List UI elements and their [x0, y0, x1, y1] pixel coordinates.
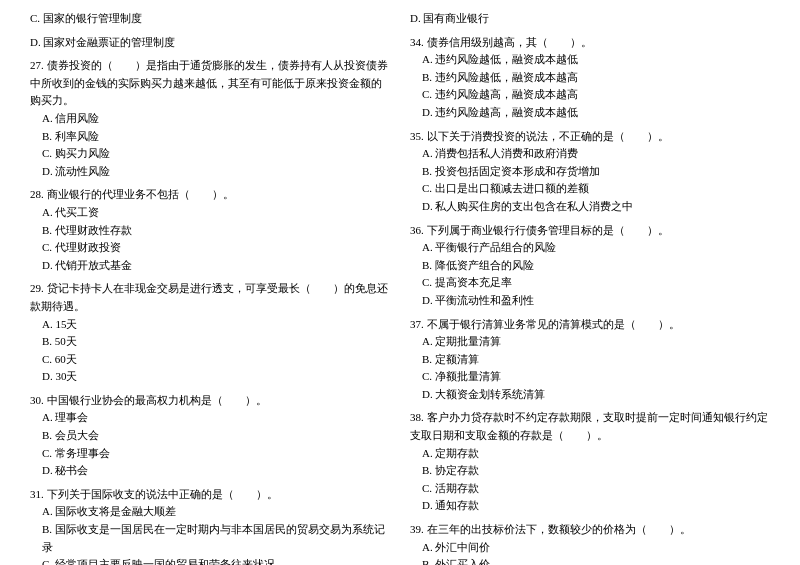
- option: A. 违约风险越低，融资成本越低: [410, 51, 770, 69]
- option: D. 私人购买住房的支出包含在私人消费之中: [410, 198, 770, 216]
- page-content: C. 国家的银行管理制度D. 国家对金融票证的管理制度27. 债券投资的（ ）是…: [30, 10, 770, 565]
- question-title: 35. 以下关于消费投资的说法，不正确的是（ ）。: [410, 128, 770, 146]
- question-block: D. 国有商业银行: [410, 10, 770, 28]
- option: B. 违约风险越低，融资成本越高: [410, 69, 770, 87]
- option: C. 净额批量清算: [410, 368, 770, 386]
- question-block: 27. 债券投资的（ ）是指由于通货膨胀的发生，债券持有人从投资债券中所收到的金…: [30, 57, 390, 180]
- question-title: D. 国家对金融票证的管理制度: [30, 34, 390, 52]
- left-column: C. 国家的银行管理制度D. 国家对金融票证的管理制度27. 债券投资的（ ）是…: [30, 10, 390, 565]
- question-block: 36. 下列属于商业银行行债务管理目标的是（ ）。A. 平衡银行产品组合的风险B…: [410, 222, 770, 310]
- option: B. 协定存款: [410, 462, 770, 480]
- option: A. 国际收支将是金融大顺差: [30, 503, 390, 521]
- question-title: 29. 贷记卡持卡人在非现金交易是进行透支，可享受最长（ ）的免息还款期待遇。: [30, 280, 390, 315]
- option: D. 违约风险越高，融资成本越低: [410, 104, 770, 122]
- question-title: 39. 在三年的出技标价法下，数额较少的价格为（ ）。: [410, 521, 770, 539]
- option: B. 利率风险: [30, 128, 390, 146]
- question-title: 31. 下列关于国际收支的说法中正确的是（ ）。: [30, 486, 390, 504]
- option: D. 代销开放式基金: [30, 257, 390, 275]
- option: A. 平衡银行产品组合的风险: [410, 239, 770, 257]
- option: C. 活期存款: [410, 480, 770, 498]
- question-block: D. 国家对金融票证的管理制度: [30, 34, 390, 52]
- option: A. 15天: [30, 316, 390, 334]
- question-block: 29. 贷记卡持卡人在非现金交易是进行透支，可享受最长（ ）的免息还款期待遇。A…: [30, 280, 390, 386]
- question-title: D. 国有商业银行: [410, 10, 770, 28]
- option: C. 60天: [30, 351, 390, 369]
- question-title: 38. 客户办力贷存款时不约定存款期限，支取时提前一定时间通知银行约定支取日期和…: [410, 409, 770, 444]
- option: B. 外汇买入价: [410, 556, 770, 565]
- question-title: C. 国家的银行管理制度: [30, 10, 390, 28]
- question-title: 30. 中国银行业协会的最高权力机构是（ ）。: [30, 392, 390, 410]
- option: B. 降低资产组合的风险: [410, 257, 770, 275]
- option: C. 经常项目主要反映一国的贸易和劳务往来状况: [30, 556, 390, 565]
- option: B. 50天: [30, 333, 390, 351]
- option: D. 30天: [30, 368, 390, 386]
- question-block: 38. 客户办力贷存款时不约定存款期限，支取时提前一定时间通知银行约定支取日期和…: [410, 409, 770, 515]
- option: B. 投资包括固定资本形成和存货增加: [410, 163, 770, 181]
- option: D. 流动性风险: [30, 163, 390, 181]
- option: C. 常务理事会: [30, 445, 390, 463]
- question-block: 31. 下列关于国际收支的说法中正确的是（ ）。A. 国际收支将是金融大顺差B.…: [30, 486, 390, 565]
- option: A. 定期存款: [410, 445, 770, 463]
- question-block: 37. 不属于银行清算业务常见的清算模式的是（ ）。A. 定期批量清算B. 定额…: [410, 316, 770, 404]
- option: B. 代理财政性存款: [30, 222, 390, 240]
- question-title: 28. 商业银行的代理业务不包括（ ）。: [30, 186, 390, 204]
- option: B. 定额清算: [410, 351, 770, 369]
- question-block: 35. 以下关于消费投资的说法，不正确的是（ ）。A. 消费包括私人消费和政府消…: [410, 128, 770, 216]
- option: A. 信用风险: [30, 110, 390, 128]
- option: A. 消费包括私人消费和政府消费: [410, 145, 770, 163]
- question-title: 27. 债券投资的（ ）是指由于通货膨胀的发生，债券持有人从投资债券中所收到的金…: [30, 57, 390, 110]
- option: A. 理事会: [30, 409, 390, 427]
- question-block: 30. 中国银行业协会的最高权力机构是（ ）。A. 理事会B. 会员大会C. 常…: [30, 392, 390, 480]
- option: A. 外汇中间价: [410, 539, 770, 557]
- option: C. 提高资本充足率: [410, 274, 770, 292]
- option: C. 违约风险越高，融资成本越高: [410, 86, 770, 104]
- question-title: 34. 债券信用级别越高，其（ ）。: [410, 34, 770, 52]
- option: D. 大额资金划转系统清算: [410, 386, 770, 404]
- option: D. 通知存款: [410, 497, 770, 515]
- question-block: C. 国家的银行管理制度: [30, 10, 390, 28]
- question-title: 37. 不属于银行清算业务常见的清算模式的是（ ）。: [410, 316, 770, 334]
- option: A. 代买工资: [30, 204, 390, 222]
- right-column: D. 国有商业银行34. 债券信用级别越高，其（ ）。A. 违约风险越低，融资成…: [410, 10, 770, 565]
- option: B. 会员大会: [30, 427, 390, 445]
- option: C. 购买力风险: [30, 145, 390, 163]
- option: C. 出口是出口额减去进口额的差额: [410, 180, 770, 198]
- question-block: 28. 商业银行的代理业务不包括（ ）。A. 代买工资B. 代理财政性存款C. …: [30, 186, 390, 274]
- option: B. 国际收支是一国居民在一定时期内与非本国居民的贸易交易为系统记录: [30, 521, 390, 556]
- option: C. 代理财政投资: [30, 239, 390, 257]
- question-title: 36. 下列属于商业银行行债务管理目标的是（ ）。: [410, 222, 770, 240]
- option: D. 秘书会: [30, 462, 390, 480]
- question-block: 34. 债券信用级别越高，其（ ）。A. 违约风险越低，融资成本越低B. 违约风…: [410, 34, 770, 122]
- option: A. 定期批量清算: [410, 333, 770, 351]
- question-block: 39. 在三年的出技标价法下，数额较少的价格为（ ）。A. 外汇中间价B. 外汇…: [410, 521, 770, 565]
- option: D. 平衡流动性和盈利性: [410, 292, 770, 310]
